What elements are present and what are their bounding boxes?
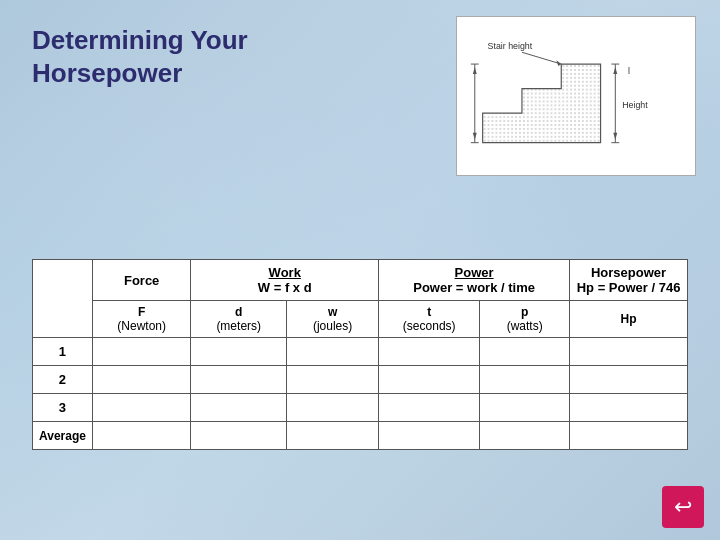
stair-diagram: Stair height Height l: [456, 16, 696, 176]
input-2-d[interactable]: [197, 372, 280, 387]
row-2-hp[interactable]: [570, 366, 688, 394]
input-1-f[interactable]: [99, 344, 184, 359]
input-3-f[interactable]: [99, 400, 184, 415]
row-3-w[interactable]: [287, 394, 379, 422]
row-3-label: 3: [33, 394, 93, 422]
svg-marker-1: [483, 64, 601, 143]
input-1-d[interactable]: [197, 344, 280, 359]
row-3-t[interactable]: [379, 394, 480, 422]
data-table-area: Force Work W = f x d Power Power = work …: [32, 259, 688, 450]
table-row: 2: [33, 366, 688, 394]
row-2-p[interactable]: [480, 366, 570, 394]
input-2-hp[interactable]: [576, 372, 681, 387]
input-2-p[interactable]: [486, 372, 563, 387]
input-1-w[interactable]: [293, 344, 372, 359]
input-avg-p[interactable]: [486, 428, 563, 443]
row-1-p[interactable]: [480, 338, 570, 366]
row-avg-p[interactable]: [480, 422, 570, 450]
input-avg-w[interactable]: [293, 428, 372, 443]
row-1-d[interactable]: [191, 338, 287, 366]
input-avg-t[interactable]: [385, 428, 473, 443]
stair-diagram-svg: Stair height Height l: [463, 23, 689, 169]
row-2-t[interactable]: [379, 366, 480, 394]
svg-marker-13: [613, 67, 617, 74]
table-header-top: Force Work W = f x d Power Power = work …: [33, 260, 688, 301]
row-1-f[interactable]: [92, 338, 190, 366]
input-3-t[interactable]: [385, 400, 473, 415]
row-2-w[interactable]: [287, 366, 379, 394]
table-row-average: Average: [33, 422, 688, 450]
trial-col-header: [33, 260, 93, 338]
input-2-f[interactable]: [99, 372, 184, 387]
input-2-w[interactable]: [293, 372, 372, 387]
row-avg-f[interactable]: [92, 422, 190, 450]
row-1-label: 1: [33, 338, 93, 366]
svg-marker-14: [613, 133, 617, 140]
power-header: Power Power = work / time: [379, 260, 570, 301]
svg-marker-6: [473, 133, 477, 140]
row-3-d[interactable]: [191, 394, 287, 422]
return-button[interactable]: ↩: [662, 486, 704, 528]
row-avg-t[interactable]: [379, 422, 480, 450]
force-header: Force: [92, 260, 190, 301]
horsepower-table: Force Work W = f x d Power Power = work …: [32, 259, 688, 450]
svg-text:l: l: [628, 66, 630, 76]
table-header-sub: F (Newton) d (meters) w (joules) t (seco…: [33, 301, 688, 338]
svg-line-8: [522, 52, 561, 64]
hp-subheader: Hp: [570, 301, 688, 338]
row-2-d[interactable]: [191, 366, 287, 394]
row-avg-d[interactable]: [191, 422, 287, 450]
input-1-hp[interactable]: [576, 344, 681, 359]
f-subheader: F (Newton): [92, 301, 190, 338]
row-3-p[interactable]: [480, 394, 570, 422]
input-2-t[interactable]: [385, 372, 473, 387]
row-3-hp[interactable]: [570, 394, 688, 422]
input-avg-f[interactable]: [99, 428, 184, 443]
input-3-p[interactable]: [486, 400, 563, 415]
svg-text:Stair height: Stair height: [488, 41, 533, 51]
hp-header: Horsepower Hp = Power / 746: [570, 260, 688, 301]
input-1-p[interactable]: [486, 344, 563, 359]
input-avg-d[interactable]: [197, 428, 280, 443]
work-header: Work W = f x d: [191, 260, 379, 301]
p-subheader: p (watts): [480, 301, 570, 338]
row-avg-label: Average: [33, 422, 93, 450]
input-3-hp[interactable]: [576, 400, 681, 415]
input-1-t[interactable]: [385, 344, 473, 359]
row-2-label: 2: [33, 366, 93, 394]
row-3-f[interactable]: [92, 394, 190, 422]
svg-text:Height: Height: [622, 100, 648, 110]
input-3-w[interactable]: [293, 400, 372, 415]
input-avg-hp[interactable]: [576, 428, 681, 443]
svg-marker-5: [473, 67, 477, 74]
table-row: 1: [33, 338, 688, 366]
return-icon: ↩: [674, 494, 692, 520]
row-1-w[interactable]: [287, 338, 379, 366]
w-subheader: w (joules): [287, 301, 379, 338]
table-row: 3: [33, 394, 688, 422]
row-1-t[interactable]: [379, 338, 480, 366]
input-3-d[interactable]: [197, 400, 280, 415]
row-2-f[interactable]: [92, 366, 190, 394]
t-subheader: t (seconds): [379, 301, 480, 338]
row-1-hp[interactable]: [570, 338, 688, 366]
d-subheader: d (meters): [191, 301, 287, 338]
row-avg-hp[interactable]: [570, 422, 688, 450]
row-avg-w[interactable]: [287, 422, 379, 450]
